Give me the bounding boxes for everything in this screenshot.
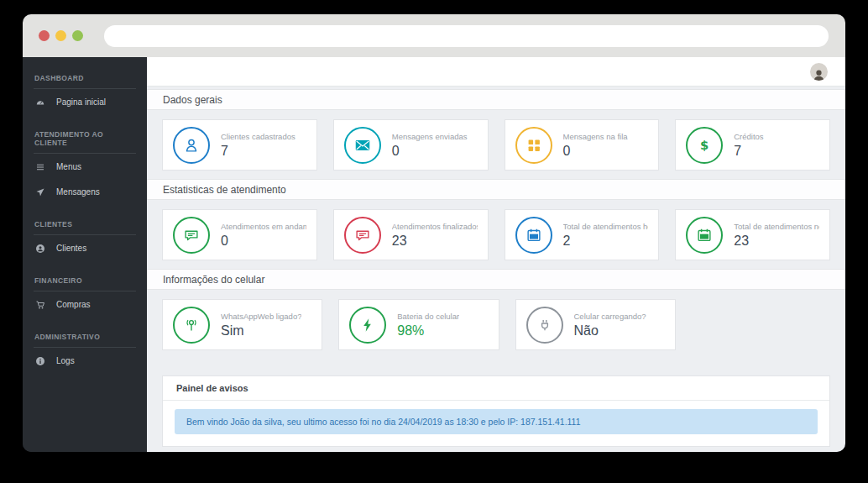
stat-card-celular-carregando: Celular carregando? Não	[515, 299, 676, 350]
maximize-button[interactable]	[72, 30, 83, 41]
welcome-alert: Bem vindo João da silva, seu ultimo aces…	[175, 409, 818, 434]
stat-label: Mensagens enviadas	[392, 132, 468, 141]
stat-card-mensagens-enviadas: Mensagens enviadas 0	[333, 119, 489, 171]
calendar-icon	[515, 217, 552, 254]
stat-value: 0	[563, 144, 628, 159]
cards-row: Atendimentos em andamento 0 Atendimentos…	[147, 200, 845, 269]
stat-label: Celular carregando?	[574, 312, 646, 321]
sidebar-section-atendimento: ATENDIMENTO AO CLIENTE	[23, 122, 147, 153]
gauge-icon	[34, 97, 45, 108]
sidebar-item-mensagens[interactable]: Mensagens	[23, 179, 147, 204]
dollar-icon: $	[686, 127, 723, 164]
stat-card-clientes-cadastrados: Clientes cadastrados 7	[162, 119, 317, 171]
sidebar-section-dashboard: DASHBOARD	[23, 66, 147, 88]
stat-card-atendimentos-hoje: Total de atendimentos hoje 2	[505, 209, 660, 260]
sidebar-section-clientes: CLIENTES	[23, 212, 147, 234]
top-header	[147, 57, 845, 87]
section-title-informacoes-celular: Informações do celular	[147, 269, 845, 290]
grid-icon	[515, 127, 552, 164]
stat-value: 0	[221, 234, 306, 249]
sidebar-item-label: Compras	[56, 300, 91, 309]
stat-card-atendimentos-mes: Total de atendimentos no mês 23	[675, 209, 830, 260]
sidebar-item-menus[interactable]: Menus	[23, 154, 147, 179]
bolt-icon	[349, 307, 386, 344]
sidebar: DASHBOARD Pagina inicial ATENDIMENTO AO …	[23, 57, 147, 452]
stat-value: 0	[392, 144, 468, 159]
sidebar-item-label: Logs	[56, 356, 75, 365]
sidebar-item-pagina-inicial[interactable]: Pagina inicial	[23, 89, 147, 114]
send-icon	[34, 186, 45, 197]
sidebar-section-administrativo: ADMINISTRATIVO	[23, 324, 147, 347]
stat-card-bateria: Bateria do celular 98%	[338, 299, 499, 350]
stat-value: 2	[563, 234, 649, 249]
stat-value: 7	[734, 144, 763, 159]
envelope-icon	[344, 127, 381, 164]
stat-label: Atendimentos em andamento	[221, 222, 306, 231]
dashboard-content: Dados gerais Clientes cadastrados 7	[147, 87, 845, 452]
user-icon	[173, 127, 210, 164]
user-circle-icon	[34, 243, 45, 254]
sidebar-item-label: Pagina inicial	[56, 97, 106, 107]
cart-icon	[34, 299, 45, 310]
stat-card-atendimentos-andamento: Atendimentos em andamento 0	[162, 209, 317, 260]
browser-chrome	[23, 14, 845, 57]
close-button[interactable]	[39, 30, 50, 41]
stat-label: Mensagens na fila	[563, 132, 628, 141]
svg-text:$: $	[700, 138, 709, 152]
sidebar-item-clientes[interactable]: Clientes	[23, 235, 147, 260]
chat-icon	[173, 217, 210, 254]
notices-panel: Painel de avisos Bem vindo João da silva…	[162, 375, 830, 447]
chat-icon	[344, 217, 381, 254]
stat-value: Não	[574, 323, 646, 339]
window-controls	[39, 30, 83, 41]
plug-icon	[526, 307, 563, 344]
user-avatar[interactable]	[810, 63, 828, 81]
stat-card-atendimentos-finalizados: Atendimentos finalizados 23	[333, 209, 489, 260]
sidebar-item-label: Mensagens	[56, 187, 100, 197]
antenna-icon	[173, 307, 210, 344]
stat-card-whatsappweb-ligado: WhatsAppWeb ligado? Sim	[162, 299, 322, 350]
sidebar-section-financeiro: FINANCEIRO	[23, 268, 147, 291]
stat-label: Total de atendimentos no mês	[734, 222, 819, 231]
cards-row: Clientes cadastrados 7 Mensagens enviada…	[147, 110, 845, 179]
stat-label: Bateria do celular	[397, 312, 459, 321]
stat-label: Atendimentos finalizados	[392, 222, 478, 231]
info-icon	[34, 355, 45, 366]
section-title-dados-gerais: Dados gerais	[147, 89, 845, 110]
stat-value: Sim	[221, 323, 301, 339]
browser-window: DASHBOARD Pagina inicial ATENDIMENTO AO …	[23, 14, 845, 452]
calendar-icon	[686, 217, 723, 254]
stat-label: Total de atendimentos hoje	[563, 222, 649, 231]
notices-panel-title: Painel de avisos	[163, 376, 829, 401]
sidebar-item-compras[interactable]: Compras	[23, 291, 147, 317]
section-title-estatisticas: Estatisticas de atendimento	[147, 179, 845, 200]
menu-icon	[34, 161, 45, 172]
main-area: Dados gerais Clientes cadastrados 7	[147, 57, 845, 452]
stat-value: 7	[221, 144, 295, 159]
sidebar-item-label: Clientes	[56, 244, 86, 253]
stat-label: Créditos	[734, 132, 763, 141]
address-bar[interactable]	[104, 25, 829, 47]
stat-label: WhatsAppWeb ligado?	[221, 312, 301, 321]
stat-value: 23	[734, 234, 819, 249]
minimize-button[interactable]	[55, 30, 66, 41]
stat-card-creditos: $ Créditos 7	[675, 119, 830, 171]
sidebar-item-logs[interactable]: Logs	[23, 348, 147, 373]
cards-row: WhatsAppWeb ligado? Sim Bateria do celul…	[147, 290, 845, 359]
stat-value: 23	[392, 234, 478, 249]
stat-label: Clientes cadastrados	[221, 132, 295, 141]
stat-value: 98%	[397, 323, 459, 339]
stat-card-mensagens-na-fila: Mensagens na fila 0	[505, 119, 660, 171]
sidebar-item-label: Menus	[56, 162, 81, 171]
